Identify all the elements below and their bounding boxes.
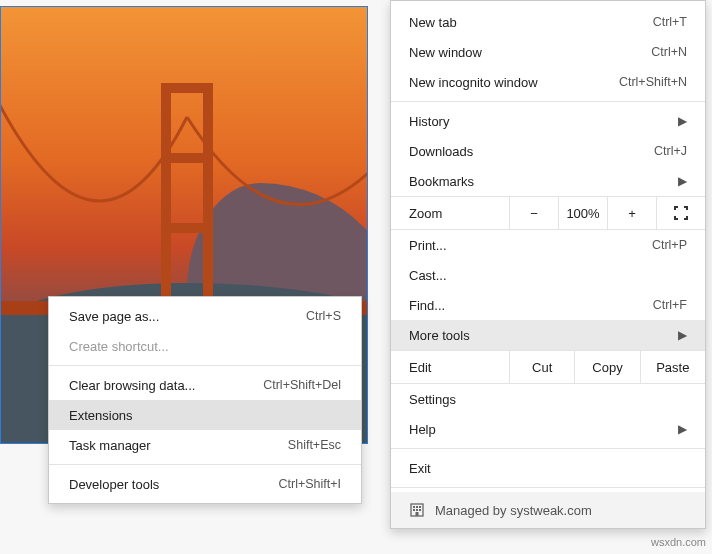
submenu-clear-browsing-data[interactable]: Clear browsing data... Ctrl+Shift+Del xyxy=(49,370,361,400)
separator xyxy=(391,487,705,488)
submenu-extensions[interactable]: Extensions xyxy=(49,400,361,430)
zoom-value: 100% xyxy=(558,197,607,229)
svg-rect-1 xyxy=(413,506,415,508)
menu-managed-by[interactable]: Managed by systweak.com xyxy=(391,492,705,528)
svg-rect-7 xyxy=(416,512,419,516)
menu-label: New tab xyxy=(409,15,653,30)
svg-rect-5 xyxy=(416,509,418,511)
menu-zoom: Zoom − 100% + xyxy=(391,196,705,230)
menu-settings[interactable]: Settings xyxy=(391,384,705,414)
separator xyxy=(391,448,705,449)
svg-rect-6 xyxy=(419,509,421,511)
separator xyxy=(49,365,361,366)
fullscreen-icon xyxy=(674,206,688,220)
submenu-developer-tools[interactable]: Developer tools Ctrl+Shift+I xyxy=(49,469,361,499)
chevron-right-icon: ▶ xyxy=(678,174,687,188)
menu-new-window[interactable]: New window Ctrl+N xyxy=(391,37,705,67)
svg-rect-2 xyxy=(416,506,418,508)
submenu-save-page[interactable]: Save page as... Ctrl+S xyxy=(49,301,361,331)
menu-cast[interactable]: Cast... xyxy=(391,260,705,290)
menu-bookmarks[interactable]: Bookmarks ▶ xyxy=(391,166,705,196)
building-icon xyxy=(409,502,425,518)
edit-paste-button[interactable]: Paste xyxy=(640,351,705,383)
separator xyxy=(391,101,705,102)
menu-history[interactable]: History ▶ xyxy=(391,106,705,136)
watermark: wsxdn.com xyxy=(651,536,706,548)
managed-label: Managed by systweak.com xyxy=(435,503,592,518)
zoom-label: Zoom xyxy=(391,206,509,221)
more-tools-submenu: Save page as... Ctrl+S Create shortcut..… xyxy=(48,296,362,504)
chrome-main-menu: New tab Ctrl+T New window Ctrl+N New inc… xyxy=(390,0,706,529)
menu-find[interactable]: Find... Ctrl+F xyxy=(391,290,705,320)
svg-rect-4 xyxy=(413,509,415,511)
chevron-right-icon: ▶ xyxy=(678,114,687,128)
menu-edit: Edit Cut Copy Paste xyxy=(391,350,705,384)
zoom-in-button[interactable]: + xyxy=(607,197,656,229)
chevron-right-icon: ▶ xyxy=(678,422,687,436)
edit-cut-button[interactable]: Cut xyxy=(509,351,574,383)
svg-rect-3 xyxy=(419,506,421,508)
fullscreen-button[interactable] xyxy=(656,197,705,229)
menu-exit[interactable]: Exit xyxy=(391,453,705,483)
submenu-task-manager[interactable]: Task manager Shift+Esc xyxy=(49,430,361,460)
edit-copy-button[interactable]: Copy xyxy=(574,351,639,383)
menu-new-tab[interactable]: New tab Ctrl+T xyxy=(391,7,705,37)
menu-more-tools[interactable]: More tools ▶ xyxy=(391,320,705,350)
edit-label: Edit xyxy=(391,351,509,383)
menu-new-incognito[interactable]: New incognito window Ctrl+Shift+N xyxy=(391,67,705,97)
chevron-right-icon: ▶ xyxy=(678,328,687,342)
menu-shortcut: Ctrl+T xyxy=(653,15,687,29)
submenu-create-shortcut[interactable]: Create shortcut... xyxy=(49,331,361,361)
menu-downloads[interactable]: Downloads Ctrl+J xyxy=(391,136,705,166)
zoom-out-button[interactable]: − xyxy=(509,197,558,229)
separator xyxy=(49,464,361,465)
menu-print[interactable]: Print... Ctrl+P xyxy=(391,230,705,260)
menu-help[interactable]: Help ▶ xyxy=(391,414,705,444)
